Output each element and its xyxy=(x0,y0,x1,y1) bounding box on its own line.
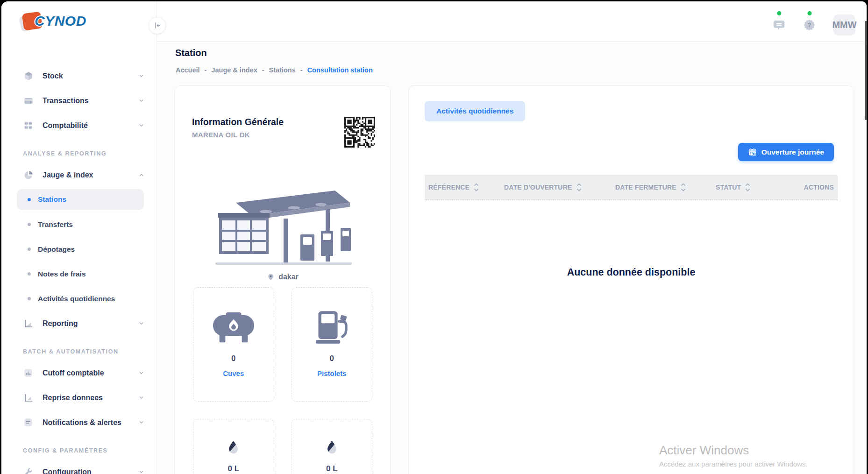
sidebar-subitem-label: Dépotages xyxy=(38,245,75,254)
sidebar-item-comptabilite[interactable]: Comptabilité xyxy=(1,113,157,138)
empty-table-message: Aucune donnée disponible xyxy=(425,267,838,278)
sidebar-item-reporting[interactable]: Reporting xyxy=(1,311,157,336)
sidebar-subitem-label: Activités quotidiennes xyxy=(38,295,115,303)
station-info-card: Information Générale MARENA OIL DK xyxy=(175,85,391,474)
fuel-pump-icon xyxy=(314,309,349,346)
station-name: MARENA OIL DK xyxy=(192,131,284,139)
chat-icon xyxy=(773,19,785,31)
breadcrumb-separator: - xyxy=(205,66,207,74)
station-illustration xyxy=(209,189,356,266)
brand-name: CYNOD xyxy=(35,13,86,29)
sidebar-item-stations[interactable]: Stations xyxy=(17,189,144,210)
chevron-down-icon xyxy=(138,73,144,79)
chevron-down-icon xyxy=(138,419,144,425)
sidebar-item-transferts[interactable]: Transferts xyxy=(1,212,157,237)
column-header-date-fermeture[interactable]: DATE FERMETURE xyxy=(615,182,716,192)
vertical-scrollbar[interactable] xyxy=(865,21,867,120)
sidebar-nav: Stock Transactions Comptabilité xyxy=(1,64,157,474)
breadcrumb-current: Consultation station xyxy=(307,66,373,74)
sidebar-item-jauge-index[interactable]: Jauge & index xyxy=(1,163,157,187)
topbar: ? MMW xyxy=(157,1,867,42)
sidebar-item-label: Jauge & index xyxy=(43,171,138,179)
calendar-plus-icon xyxy=(748,148,757,156)
breadcrumb: Accueil - Jauge & index - Stations - Con… xyxy=(176,66,373,74)
column-header-actions: ACTIONS xyxy=(796,184,834,191)
grid-icon xyxy=(23,120,34,131)
help-button[interactable]: ? xyxy=(803,19,816,31)
column-header-statut[interactable]: STATUT xyxy=(716,182,796,192)
stat-value: 0 xyxy=(231,354,235,363)
sidebar-item-reprise-donnees[interactable]: Reprise donnees xyxy=(1,385,157,410)
chat-button[interactable] xyxy=(773,19,785,31)
sidebar-item-label: Configuration xyxy=(43,468,138,474)
info-card-title: Information Générale xyxy=(192,117,284,127)
chevron-down-icon xyxy=(138,370,144,376)
breadcrumb-home[interactable]: Accueil xyxy=(176,66,200,74)
stat-card-cuves: 0 Cuves xyxy=(193,287,274,402)
sidebar-item-notes-de-frais[interactable]: Notes de frais xyxy=(1,262,157,286)
sidebar-collapse-button[interactable] xyxy=(149,17,166,34)
sidebar-item-label: Cutoff comptable xyxy=(43,369,138,377)
open-day-button-label: Ouverture journée xyxy=(761,148,824,156)
app-window: CYNOD Stock Transactions xyxy=(1,1,867,474)
sidebar-section-config-parametres: CONFIG & PARAMÈTRES xyxy=(1,435,157,460)
column-header-reference[interactable]: RÉFÉRENCE xyxy=(428,182,504,192)
sidebar-item-label: Transactions xyxy=(43,97,138,105)
sidebar-subitem-label: Transferts xyxy=(38,220,73,229)
help-status-dot xyxy=(807,11,811,15)
stat-label: Cuves xyxy=(223,369,244,377)
bullet-icon xyxy=(28,248,31,251)
area-chart-icon xyxy=(23,392,34,403)
sidebar-subitem-label: Stations xyxy=(38,195,66,204)
chevron-up-icon xyxy=(138,172,144,178)
sidebar-item-cutoff-comptable[interactable]: Cutoff comptable xyxy=(1,361,157,385)
sidebar-item-label: Reprise donnees xyxy=(43,394,138,402)
station-location: dakar xyxy=(175,273,390,281)
avatar[interactable]: MMW xyxy=(833,14,855,35)
screen: CYNOD Stock Transactions xyxy=(0,0,868,474)
svg-text:?: ? xyxy=(808,21,811,28)
sidebar-item-notifications-alertes[interactable]: Notifications & alertes xyxy=(1,410,157,435)
area-chart-icon xyxy=(23,318,34,329)
page-title: Station xyxy=(175,48,207,58)
breadcrumb-stations[interactable]: Stations xyxy=(269,66,296,74)
sidebar-subitem-label: Notes de frais xyxy=(38,270,86,278)
sidebar-item-label: Reporting xyxy=(43,319,138,328)
qr-code xyxy=(344,117,375,148)
bar-chart-icon xyxy=(23,368,34,378)
location-label: dakar xyxy=(278,273,299,281)
sort-icon xyxy=(576,182,582,192)
breadcrumb-jauge-index[interactable]: Jauge & index xyxy=(211,66,257,74)
sidebar: CYNOD Stock Transactions xyxy=(1,1,157,474)
wallet-icon xyxy=(23,95,34,106)
sort-icon xyxy=(745,182,750,192)
breadcrumb-separator: - xyxy=(262,66,264,74)
pie-chart-icon xyxy=(23,170,34,180)
cube-icon xyxy=(23,71,34,81)
wrench-icon xyxy=(23,467,34,474)
chevron-down-icon xyxy=(138,469,144,474)
bullet-icon xyxy=(28,297,31,300)
collapse-arrow-icon xyxy=(153,21,161,29)
stat-label: Pistolets xyxy=(317,369,347,377)
bullet-icon xyxy=(28,198,31,201)
sidebar-item-label: Comptabilité xyxy=(43,121,138,130)
column-header-date-ouverture[interactable]: DATE D'OUVERTURE xyxy=(504,182,615,192)
help-icon: ? xyxy=(803,19,816,31)
tab-activites-quotidiennes[interactable]: Activités quotidiennes xyxy=(425,101,525,121)
brand-logo[interactable]: CYNOD xyxy=(23,9,86,33)
sidebar-item-stock[interactable]: Stock xyxy=(1,64,157,88)
sidebar-item-transactions[interactable]: Transactions xyxy=(1,88,157,113)
sidebar-item-activites-quotidiennes[interactable]: Activités quotidiennes xyxy=(1,286,157,311)
sidebar-section-batch-automatisation: BATCH & AUTOMATISATION xyxy=(1,336,157,361)
chat-status-dot xyxy=(777,11,781,15)
open-day-button[interactable]: Ouverture journée xyxy=(738,143,834,161)
sidebar-item-configuration[interactable]: Configuration xyxy=(1,460,157,474)
chevron-down-icon xyxy=(138,122,144,128)
stat-card-volume-2: 0 L xyxy=(292,419,373,474)
sort-icon xyxy=(474,182,479,192)
sidebar-item-depotages[interactable]: Dépotages xyxy=(1,237,157,262)
chevron-down-icon xyxy=(138,320,144,326)
bullet-icon xyxy=(28,272,31,276)
location-pin-icon xyxy=(267,273,275,281)
